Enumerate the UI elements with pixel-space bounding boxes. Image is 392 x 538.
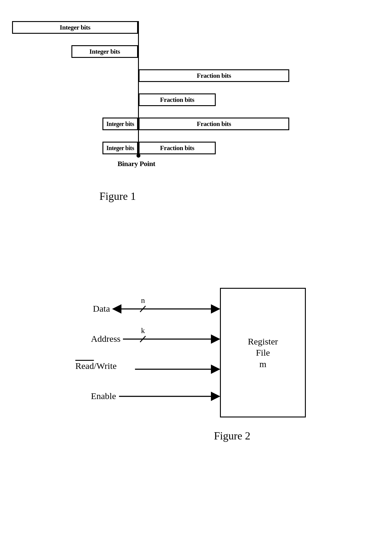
row5-int-label: Integer bits xyxy=(106,121,134,127)
row6-frac-label: Fraction bits xyxy=(160,144,194,152)
row6-fraction-bits-box: Fraction bits xyxy=(139,142,216,154)
row5-integer-bits-box: Integer bits xyxy=(102,118,138,130)
data-bus-width: n xyxy=(141,296,145,305)
row4-label: Fraction bits xyxy=(160,96,194,104)
figure-1: Integer bits Integer bits Fraction bits … xyxy=(12,21,313,178)
figure-2-caption: Figure 2 xyxy=(214,429,250,442)
binary-point-label: Binary Point xyxy=(118,160,155,168)
row1-integer-bits-box: Integer bits xyxy=(12,21,138,34)
row6-int-label: Integer bits xyxy=(106,145,134,152)
binary-point-line xyxy=(138,21,139,155)
row2-label: Integer bits xyxy=(89,48,120,55)
address-bus-width: k xyxy=(141,326,145,335)
row6-integer-bits-box: Integer bits xyxy=(102,142,138,154)
row3-fraction-bits-box: Fraction bits xyxy=(139,69,289,82)
row1-label: Integer bits xyxy=(60,24,90,31)
row2-integer-bits-box: Integer bits xyxy=(71,45,138,58)
page: Integer bits Integer bits Fraction bits … xyxy=(0,0,392,538)
row5-fraction-bits-box: Fraction bits xyxy=(139,118,289,130)
row5-frac-label: Fraction bits xyxy=(197,120,231,128)
row4-fraction-bits-box: Fraction bits xyxy=(139,93,216,106)
figure-1-caption: Figure 1 xyxy=(99,190,136,203)
figure-2: Register File m Data Address Read/Write … xyxy=(75,288,316,445)
figure-2-wires: n k xyxy=(75,288,316,417)
binary-point-dot xyxy=(136,154,140,158)
row3-label: Fraction bits xyxy=(197,72,231,80)
